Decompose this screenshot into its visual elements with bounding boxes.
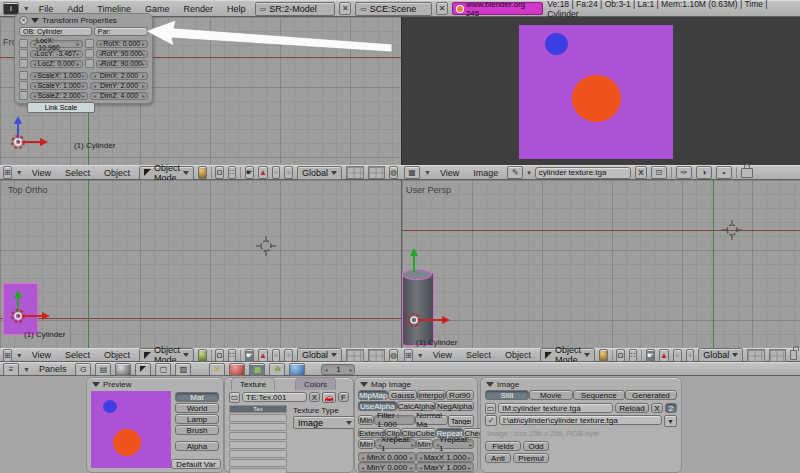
manipulator-hand-icon[interactable]: ☛ [646, 349, 655, 362]
manipulator-scale-icon[interactable]: ◦ [272, 166, 281, 179]
pen-browse-icon[interactable]: ✎ [507, 166, 523, 179]
object-buttons-icon[interactable] [135, 363, 151, 376]
world-buttons-icon[interactable]: ● [289, 363, 305, 376]
texture-slot[interactable] [229, 414, 287, 422]
tab-colors[interactable]: Colors [295, 377, 336, 390]
material-buttons-icon[interactable]: ● [229, 363, 245, 376]
menu-view[interactable]: View [435, 168, 464, 178]
texture-slot[interactable] [229, 423, 287, 431]
paint-brush-icon[interactable]: ✑ [676, 166, 692, 179]
header-collapse-icon[interactable]: ▼ [417, 352, 424, 359]
preview-world-button[interactable]: World [175, 403, 219, 413]
anti-toggle[interactable]: Anti [485, 453, 511, 463]
editor-type-icon[interactable]: ⊞ [3, 166, 12, 179]
radiosity-buttons-icon[interactable]: ☘ [269, 363, 285, 376]
panel-close-icon[interactable]: ✕ [19, 16, 28, 25]
generated-toggle[interactable]: Generated [625, 390, 677, 400]
texture-image[interactable] [519, 25, 673, 159]
negalpha-toggle[interactable]: NegAlpha [435, 401, 474, 411]
dimz-field[interactable]: ◂DimZ: 4.000▸ [90, 92, 148, 100]
filter-field[interactable]: Filter : 1.000 [374, 415, 415, 425]
snap-grid-icon[interactable]: ∷ [629, 349, 638, 362]
mirror-y-toggle[interactable]: Mirr [416, 439, 433, 449]
texture-slot-active[interactable]: Tex [229, 405, 287, 413]
menu-render[interactable]: Render [178, 4, 218, 14]
manipulator-rotate-icon[interactable]: ▲ [258, 349, 268, 362]
manipulator-rotate-icon[interactable]: ▲ [258, 166, 268, 179]
menu-view[interactable]: View [27, 350, 56, 360]
gauss-toggle[interactable]: Gauss [388, 390, 416, 400]
locy-field[interactable]: ◂LocY: -3.467▸ [30, 50, 83, 58]
texture-slot[interactable] [229, 459, 287, 467]
parent-field[interactable]: Par: [94, 27, 148, 36]
image-path-field[interactable]: l:\ab\cylinder\cylinder texture.tga [499, 415, 662, 425]
clone-icon[interactable]: ⊡ [651, 166, 667, 179]
manipulator-scale-icon[interactable]: ◦ [272, 349, 281, 362]
usealpha-toggle[interactable]: UseAlpha [358, 401, 397, 411]
menu-select[interactable]: Select [60, 168, 95, 178]
tab-texture[interactable]: Texture [231, 377, 275, 390]
panel-collapse-icon[interactable] [92, 382, 100, 387]
image-editor-icon[interactable]: ▦ [404, 166, 420, 179]
panel-collapse-icon[interactable] [486, 382, 494, 387]
panel-collapse-icon[interactable] [360, 382, 368, 387]
normal-map-toggle[interactable]: Normal Ma [415, 415, 448, 425]
menu-file[interactable]: File [34, 4, 59, 14]
roty-field[interactable]: ◂RotY: 90.000▸ [96, 50, 149, 58]
texture-buttons-icon[interactable]: ▦ [249, 363, 265, 376]
calcalpha-toggle[interactable]: CalcAlpha [397, 401, 436, 411]
menu-add[interactable]: Add [62, 4, 88, 14]
texture-unlink-button[interactable]: X [309, 392, 320, 402]
auto-name-icon[interactable]: 🚗 [322, 392, 336, 403]
default-var-button[interactable]: Default Var [171, 459, 221, 469]
tangent-dropdown[interactable]: Tangent [448, 415, 474, 427]
lock-icon[interactable] [741, 168, 753, 178]
manipulator-combo-icon[interactable]: ▫ [284, 349, 293, 362]
header-collapse-icon[interactable]: ▼ [16, 169, 23, 176]
mirror-x-toggle[interactable]: Mirr [358, 439, 375, 449]
lock-icon[interactable] [85, 59, 94, 68]
mode-dropdown[interactable]: Object Mode [540, 348, 595, 362]
rotx-field[interactable]: ◂RotX: 0.000▸ [96, 40, 149, 48]
draw-mode-icon[interactable]: ● [599, 349, 608, 362]
orientation-dropdown[interactable]: Global [297, 348, 342, 362]
screen-selector[interactable]: ▭ SR:2-Model [255, 2, 336, 16]
object-name-field[interactable]: OB: Cylinder [19, 27, 92, 36]
mode-dropdown[interactable]: Object Mode [139, 166, 194, 180]
menu-help[interactable]: Help [222, 4, 251, 14]
texture-browse-icon[interactable]: ▭ [229, 392, 240, 403]
lock-icon[interactable] [19, 49, 28, 58]
image-datablock-field[interactable]: IM:cylinder texture.tga [498, 403, 613, 413]
render-preview-icon[interactable]: ◍ [389, 166, 398, 179]
texture-slot[interactable] [229, 441, 287, 449]
texture-slot[interactable] [229, 432, 287, 440]
lock-icon[interactable] [85, 49, 94, 58]
manipulator-combo-icon[interactable]: ▫ [686, 349, 695, 362]
menu-object[interactable]: Object [99, 168, 135, 178]
menu-select[interactable]: Select [461, 350, 496, 360]
layer-buttons[interactable] [747, 349, 765, 362]
users-count-button[interactable]: 2 [665, 403, 677, 413]
collapse-menu-icon[interactable]: ▼ [23, 5, 30, 12]
layer-buttons[interactable] [346, 349, 364, 362]
rot90-toggle[interactable]: Rot90 [446, 390, 474, 400]
preview-alpha-button[interactable]: Alpha [175, 441, 219, 451]
script-buttons-icon[interactable]: ▤ [95, 363, 111, 376]
still-toggle[interactable]: Still [485, 390, 529, 400]
menu-view[interactable]: View [428, 350, 457, 360]
preview-mat-button[interactable]: Mat [175, 392, 219, 402]
image-unlink-button[interactable]: X [651, 403, 663, 413]
scalex-field[interactable]: ◂ScaleX: 1.000▸ [30, 72, 88, 80]
maxx-field[interactable]: ◂MaxX 1.000▸ [416, 452, 474, 462]
lock-icon[interactable] [85, 39, 94, 48]
menu-panels[interactable]: Panels [34, 364, 72, 374]
buttons-window-icon[interactable]: ≡ [3, 363, 19, 376]
scaley-field[interactable]: ◂ScaleY: 1.000▸ [30, 82, 88, 90]
image-unlink-icon[interactable]: X [635, 166, 647, 179]
pivot-point-icon[interactable]: Ω [215, 349, 224, 362]
texture-type-dropdown[interactable]: Image [293, 416, 357, 429]
lock-icon[interactable] [790, 350, 797, 360]
header-collapse-icon[interactable]: ▼ [424, 169, 431, 176]
miny-field[interactable]: ◂MinY 0.000▸ [358, 462, 416, 472]
header-collapse-icon[interactable]: ▼ [23, 366, 30, 373]
